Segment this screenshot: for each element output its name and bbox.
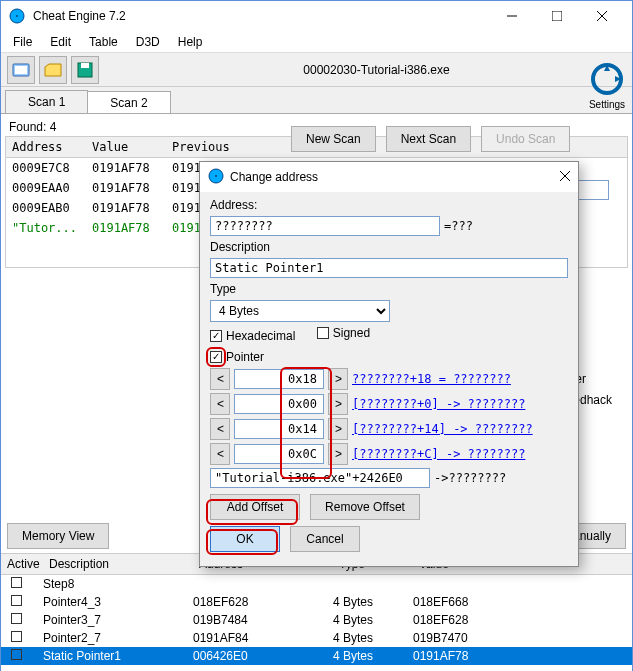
offset-increment[interactable]: > [328, 368, 348, 390]
offset-row: < > [????????+0] -> ???????? [210, 393, 568, 415]
menu-table[interactable]: Table [81, 33, 126, 51]
menu-d3d[interactable]: D3D [128, 33, 168, 51]
menu-file[interactable]: File [5, 33, 40, 51]
address-label: Address: [210, 198, 257, 212]
offset-row: < > [????????+14] -> ???????? [210, 418, 568, 440]
offset-decrement[interactable]: < [210, 443, 230, 465]
col-active[interactable]: Active [1, 554, 43, 574]
offset-resolved-link[interactable]: [????????+C] -> ???????? [352, 447, 525, 461]
pointer-base-resolved: ->???????? [434, 471, 506, 485]
svg-rect-3 [552, 11, 562, 21]
ok-button[interactable]: OK [210, 526, 280, 552]
dialog-close-button[interactable] [560, 170, 570, 184]
offset-row: < > [????????+C] -> ???????? [210, 443, 568, 465]
col-description[interactable]: Description [43, 554, 193, 574]
new-scan-button[interactable]: New Scan [291, 126, 376, 152]
scan-tabs: Scan 1 Scan 2 [1, 87, 632, 113]
svg-rect-9 [81, 63, 89, 68]
table-row[interactable]: Pointer4_3018EF6284 Bytes018EF668 [1, 593, 632, 611]
offset-input[interactable] [234, 394, 324, 414]
cancel-button[interactable]: Cancel [290, 526, 360, 552]
description-label: Description [210, 240, 270, 254]
menubar: File Edit Table D3D Help [1, 31, 632, 53]
table-row[interactable]: Pointer3_7019B74844 Bytes018EF628 [1, 611, 632, 629]
process-name[interactable]: 00002030-Tutorial-i386.exe [127, 63, 626, 77]
undo-scan-button: Undo Scan [481, 126, 570, 152]
toolbar: 00002030-Tutorial-i386.exe [1, 53, 632, 87]
offset-decrement[interactable]: < [210, 393, 230, 415]
open-process-button[interactable] [7, 56, 35, 84]
table-row[interactable]: Pointer2_70191AF844 Bytes019B7470 [1, 629, 632, 647]
window-title: Cheat Engine 7.2 [33, 9, 489, 23]
tab-scan1[interactable]: Scan 1 [5, 90, 88, 113]
settings-button[interactable]: Settings [588, 61, 626, 110]
signed-checkbox[interactable]: Signed [317, 326, 370, 340]
offset-resolved-link[interactable]: [????????+0] -> ???????? [352, 397, 525, 411]
pointer-base-input[interactable] [210, 468, 430, 488]
menu-edit[interactable]: Edit [42, 33, 79, 51]
minimize-button[interactable] [489, 1, 534, 31]
offset-input[interactable] [234, 419, 324, 439]
menu-help[interactable]: Help [170, 33, 211, 51]
titlebar: Cheat Engine 7.2 [1, 1, 632, 31]
add-offset-button[interactable]: Add Offset [210, 494, 300, 520]
svg-point-12 [215, 175, 217, 177]
header-value[interactable]: Value [86, 137, 166, 157]
settings-label: Settings [588, 99, 626, 110]
memory-view-button[interactable]: Memory View [7, 523, 109, 549]
pointer-checkbox[interactable]: ✓Pointer [210, 350, 264, 364]
offset-row: < > ????????+18 = ???????? [210, 368, 568, 390]
offset-input[interactable] [234, 444, 324, 464]
table-row[interactable]: Step8 [1, 575, 632, 593]
offset-increment[interactable]: > [328, 393, 348, 415]
dialog-icon [208, 168, 224, 187]
open-file-button[interactable] [39, 56, 67, 84]
svg-point-1 [16, 15, 18, 17]
remove-offset-button[interactable]: Remove Offset [310, 494, 420, 520]
svg-rect-7 [15, 66, 27, 74]
offset-decrement[interactable]: < [210, 368, 230, 390]
offset-input[interactable] [234, 369, 324, 389]
offset-resolved-link[interactable]: [????????+14] -> ???????? [352, 422, 533, 436]
next-scan-button[interactable]: Next Scan [386, 126, 471, 152]
description-input[interactable] [210, 258, 568, 278]
offset-increment[interactable]: > [328, 418, 348, 440]
app-icon [9, 8, 25, 24]
table-row[interactable]: Static Pointer1006426E04 Bytes0191AF78 [1, 647, 632, 665]
maximize-button[interactable] [534, 1, 579, 31]
offset-decrement[interactable]: < [210, 418, 230, 440]
address-resolved: =??? [444, 219, 473, 233]
header-previous[interactable]: Previous [166, 137, 246, 157]
dialog-title: Change address [230, 170, 560, 184]
type-select[interactable]: 4 Bytes [210, 300, 390, 322]
address-input[interactable] [210, 216, 440, 236]
main-window: Cheat Engine 7.2 File Edit Table D3D Hel… [0, 0, 633, 671]
save-button[interactable] [71, 56, 99, 84]
offset-increment[interactable]: > [328, 443, 348, 465]
offset-resolved-link[interactable]: ????????+18 = ???????? [352, 372, 511, 386]
tab-scan2[interactable]: Scan 2 [87, 91, 170, 114]
header-address[interactable]: Address [6, 137, 86, 157]
close-button[interactable] [579, 1, 624, 31]
hexadecimal-checkbox[interactable]: ✓Hexadecimal [210, 329, 295, 343]
type-label: Type [210, 282, 236, 296]
change-address-dialog: Change address Address: =??? Description… [199, 161, 579, 567]
cheat-table: Active Description Address Type Value St… [1, 553, 632, 671]
